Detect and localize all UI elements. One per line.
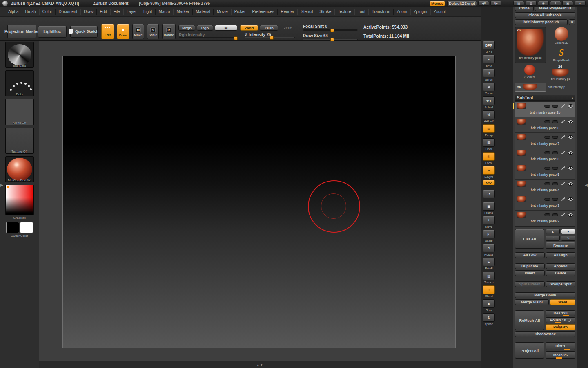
uv-toggle-icon[interactable]: [552, 213, 558, 216]
groups-split-button[interactable]: Groups Split: [546, 281, 576, 287]
solo-toggle[interactable]: ●Solo: [483, 299, 495, 312]
menu-item-transform[interactable]: Transform: [368, 9, 393, 15]
lsym-toggle[interactable]: ∞L.Sym: [483, 166, 495, 179]
menu-item-preferences[interactable]: Preferences: [249, 9, 278, 15]
duplicate-button[interactable]: Duplicate: [515, 263, 545, 269]
mean-slider[interactable]: Mean 25: [546, 351, 575, 359]
subtool-section-header[interactable]: SubTool ▴: [515, 95, 575, 101]
edit-name-icon[interactable]: [561, 135, 566, 139]
merge-visible-button[interactable]: Merge Visibl: [515, 299, 549, 305]
scale-canvas-button[interactable]: ◰Scale: [483, 230, 495, 242]
scale-mode-button[interactable]: S Scale: [147, 24, 159, 39]
ghost-toggle[interactable]: ◌Ghost: [483, 285, 495, 298]
scroll-canvas-button[interactable]: ⇄Scroll: [483, 69, 495, 81]
polygrp-button[interactable]: PolyGrp: [546, 324, 575, 330]
menu-item-marker[interactable]: Marker: [173, 9, 192, 15]
menu-item-zscript[interactable]: Zscript: [430, 9, 449, 15]
default-zscript-button[interactable]: DefaultZScript: [447, 1, 477, 6]
store-config-icon[interactable]: ▥: [526, 1, 537, 6]
subtool-row-selected[interactable]: brit infantry pose 2b: [515, 102, 575, 117]
subtool-row[interactable]: brit infantry pose 3: [515, 195, 575, 211]
uv-toggle-icon[interactable]: [552, 198, 558, 201]
current-material-well[interactable]: MatCap Red W.: [5, 156, 34, 182]
subtool-row[interactable]: brit infantry pose 7: [515, 133, 575, 148]
edit-name-icon[interactable]: [561, 120, 566, 123]
z-intensity-handle[interactable]: [270, 36, 274, 40]
menu-item-movie[interactable]: Movie: [214, 9, 231, 15]
persp-toggle[interactable]: ▤Persp: [483, 124, 495, 137]
rename-button[interactable]: Rename: [546, 242, 575, 249]
draw-size-slider[interactable]: [303, 39, 358, 40]
tool-slot-3-selected[interactable]: 26: [515, 83, 546, 92]
m-button[interactable]: M: [215, 25, 237, 31]
polypaint-toggle-icon[interactable]: [544, 136, 550, 139]
list-all-button[interactable]: List All: [515, 229, 544, 249]
main-color-swatch[interactable]: [6, 222, 19, 233]
bpr-render-button[interactable]: BPRBPR: [483, 41, 495, 54]
weld-button[interactable]: Weld: [550, 299, 575, 305]
visibility-eye-icon[interactable]: [568, 120, 573, 123]
visibility-eye-icon[interactable]: [568, 197, 573, 201]
mrgb-button[interactable]: Mrgb: [178, 25, 195, 31]
z-intensity-slider[interactable]: [245, 37, 295, 38]
canvas-scroll-hint-icon[interactable]: ▲▼: [256, 363, 263, 367]
menu-item-zoom[interactable]: Zoom: [394, 9, 411, 15]
menu-item-texture[interactable]: Texture: [334, 9, 354, 15]
subtool-up-icon[interactable]: ▲: [546, 229, 560, 234]
subtool-move-up-icon[interactable]: ↩: [546, 236, 560, 241]
visibility-eye-icon[interactable]: [568, 213, 573, 217]
canvas-area[interactable]: [39, 41, 481, 361]
move-mode-button[interactable]: M Move: [132, 24, 144, 39]
res-slider-handle[interactable]: [563, 315, 569, 316]
zoom-canvas-button[interactable]: ⊕Zoom: [483, 83, 495, 95]
project-all-button[interactable]: ProjectAll: [515, 342, 544, 359]
active-tool-thumbnail[interactable]: 26 brit infantry pose: [515, 27, 546, 63]
projection-master-button[interactable]: Projection Master: [7, 25, 36, 38]
edit-name-icon[interactable]: [561, 166, 566, 170]
floor-toggle[interactable]: ▦Floor: [483, 138, 495, 151]
shadowbox-button[interactable]: ShadowBox: [515, 331, 575, 337]
close-icon[interactable]: ×: [575, 1, 586, 6]
rotate-mode-button[interactable]: R Rotate: [162, 24, 176, 39]
res-slider[interactable]: Res 128: [546, 310, 575, 316]
uv-toggle-icon[interactable]: [552, 136, 558, 139]
xpose-button[interactable]: ⇕Xpose: [483, 313, 495, 326]
document-viewport[interactable]: [62, 56, 456, 348]
lock-icon[interactable]: ◉: [538, 1, 549, 6]
rgb-intensity-handle[interactable]: [234, 36, 238, 40]
menu-item-macro[interactable]: Macro: [156, 9, 174, 15]
local-toggle[interactable]: ◎Local: [483, 152, 495, 165]
tool-simplebrush[interactable]: S SimpleBrush: [548, 47, 575, 63]
actual-size-button[interactable]: 1:1Actual: [483, 96, 495, 109]
polypaint-toggle-icon[interactable]: [544, 105, 550, 108]
edit-name-icon[interactable]: [561, 182, 566, 186]
edit-name-icon[interactable]: [561, 104, 566, 108]
zsub-button[interactable]: Zsub: [260, 25, 278, 31]
polish-mode-circle-icon[interactable]: [568, 319, 571, 322]
subtool-down-icon[interactable]: ▼: [561, 229, 575, 234]
visibility-eye-icon[interactable]: [568, 135, 573, 139]
menu-item-brush[interactable]: Brush: [22, 9, 39, 15]
polypaint-toggle-icon[interactable]: [544, 198, 550, 201]
mean-slider-handle[interactable]: [556, 357, 562, 359]
rgb-intensity-slider[interactable]: [179, 37, 238, 38]
menu-item-file[interactable]: File: [110, 9, 123, 15]
xyz-symmetry-button[interactable]: XYZ: [483, 180, 495, 185]
merge-down-button[interactable]: Merge Down: [515, 292, 575, 298]
uv-toggle-icon[interactable]: [552, 167, 558, 170]
edit-name-icon[interactable]: [561, 197, 566, 201]
menu-item-document[interactable]: Document: [56, 9, 81, 15]
switch-color-well[interactable]: SwitchColor: [5, 222, 34, 238]
move-canvas-button[interactable]: +Move: [483, 216, 495, 229]
visibility-eye-icon[interactable]: [568, 104, 573, 108]
menu-item-render[interactable]: Render: [278, 9, 298, 15]
uv-toggle-icon[interactable]: [552, 182, 558, 185]
color-picker-well[interactable]: Gradient: [5, 185, 34, 220]
menu-item-picker[interactable]: Picker: [231, 9, 249, 15]
focal-shift-slider[interactable]: [303, 29, 358, 31]
tool-zsphere[interactable]: ZSphere: [515, 65, 544, 79]
restore-config-button[interactable]: R: [569, 19, 575, 25]
split-hidden-button[interactable]: Split Hidden: [515, 281, 545, 287]
right-tray-expander-icon[interactable]: ◀: [585, 183, 588, 187]
rotate-canvas-button[interactable]: ↻Rotate: [483, 244, 495, 256]
